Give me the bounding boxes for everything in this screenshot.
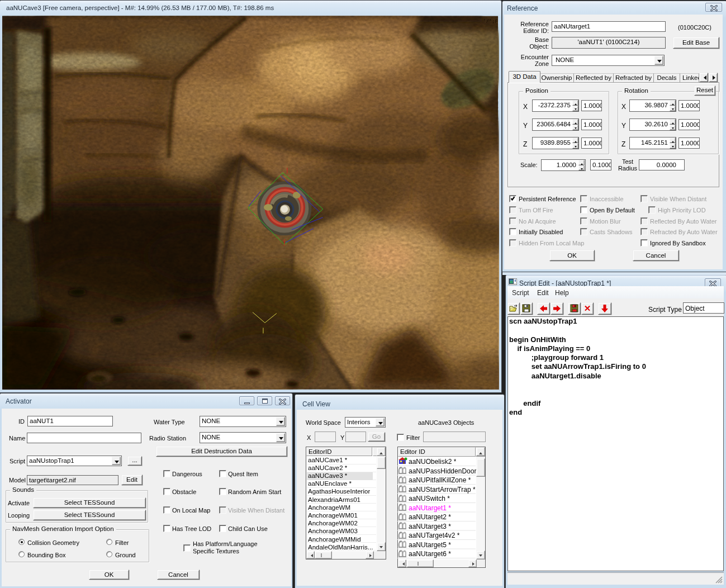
svg-text:'/*;F: '/*;F <box>483 19 498 25</box>
